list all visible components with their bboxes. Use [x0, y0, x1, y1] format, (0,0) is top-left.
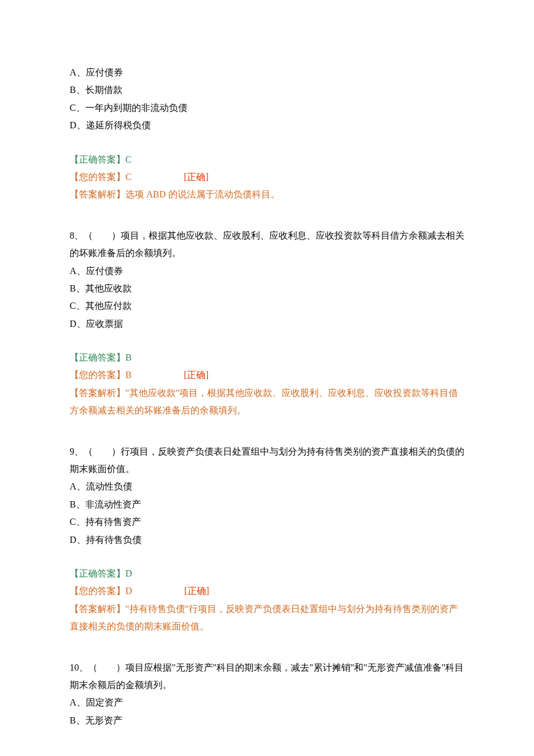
answer-analysis: 【答案解析】"持有待售负债"行项目，反映资产负债表日处置组中与划分为持有待售类别… [70, 600, 464, 636]
answer-status: [正确] [184, 172, 209, 182]
question-option: B、长期借款 [70, 81, 464, 99]
correct-answer-label: 【正确答案】 [70, 352, 125, 362]
answer-analysis: 【答案解析】选项 ABD 的说法属于流动负债科目。 [70, 186, 464, 203]
analysis-label: 【答案解析】 [70, 189, 125, 199]
question-option: C、一年内到期的非流动负债 [70, 99, 464, 117]
question-option: C、其他应付款 [70, 297, 464, 315]
question-option: A、流动性负债 [70, 478, 464, 495]
your-answer-label: 【您的答案】 [70, 586, 125, 596]
question-option: B、非流动性资产 [70, 496, 464, 513]
your-answer: 【您的答案】D[正确] [70, 582, 464, 600]
question-option: A、固定资产 [70, 694, 464, 711]
question-option: B、其他应收款 [70, 280, 464, 297]
analysis-text: 选项 ABD 的说法属于流动负债科目。 [125, 189, 280, 199]
answer-status: [正确] [185, 586, 210, 596]
your-answer-value: B [125, 370, 132, 380]
answer-status: [正确] [184, 370, 209, 380]
document-page: A、应付债券 B、长期借款 C、一年内到期的非流动负债 D、递延所得税负债 【正… [0, 0, 534, 756]
question-option: D、递延所得税负债 [70, 117, 464, 134]
question-option: B、无形资产 [70, 712, 464, 729]
correct-answer: 【正确答案】B [70, 349, 464, 366]
question-option: D、持有待售负债 [70, 531, 464, 549]
your-answer-value: D [125, 586, 132, 596]
question-option: C、持有待售资产 [70, 513, 464, 531]
correct-answer-value: D [125, 568, 132, 578]
correct-answer-value: B [125, 352, 132, 362]
correct-answer: 【正确答案】C [70, 151, 464, 168]
question-option: A、应付债券 [70, 262, 464, 280]
your-answer: 【您的答案】B[正确] [70, 366, 464, 384]
question-stem: 8、（ ）项目，根据其他应收款、应收股利、应收利息、应收投资款等科目借方余额减去… [70, 227, 464, 262]
your-answer: 【您的答案】C[正确] [70, 168, 464, 186]
analysis-label: 【答案解析】 [70, 604, 125, 614]
your-answer-label: 【您的答案】 [70, 370, 125, 380]
question-stem: 9、（ ）行项目，反映资产负债表日处置组中与划分为持有待售类别的资产直接相关的负… [70, 443, 464, 478]
your-answer-value: C [125, 172, 132, 182]
analysis-text: "其他应收款"项目，根据其他应收款、应收股利、应收利息、应收投资款等科目借方余额… [70, 388, 458, 415]
correct-answer-label: 【正确答案】 [70, 154, 125, 164]
analysis-text: "持有待售负债"行项目，反映资产负债表日处置组中与划分为持有待售类别的资产直接相… [70, 604, 458, 631]
question-stem: 10、（ ）项目应根据"无形资产"科目的期末余额，减去"累计摊销"和"无形资产减… [70, 659, 464, 694]
correct-answer-value: C [125, 154, 132, 164]
answer-analysis: 【答案解析】"其他应收款"项目，根据其他应收款、应收股利、应收利息、应收投资款等… [70, 384, 464, 420]
your-answer-label: 【您的答案】 [70, 172, 125, 182]
analysis-label: 【答案解析】 [70, 388, 125, 398]
question-option: D、应收票据 [70, 315, 464, 333]
correct-answer: 【正确答案】D [70, 565, 464, 582]
correct-answer-label: 【正确答案】 [70, 568, 125, 578]
question-option: A、应付债券 [70, 64, 464, 81]
